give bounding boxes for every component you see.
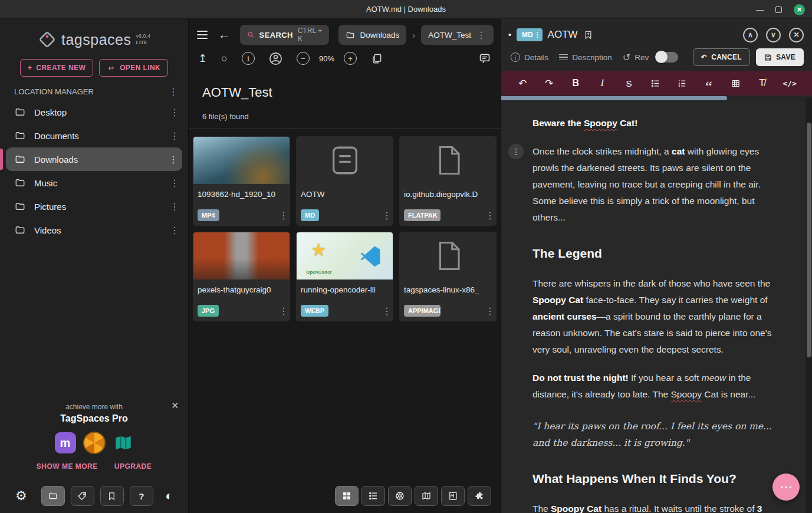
more-actions-fab[interactable]: ⋯: [772, 473, 800, 501]
back-arrow-icon[interactable]: ←: [218, 28, 231, 42]
file-menu-icon[interactable]: ⋮: [278, 305, 289, 317]
file-card[interactable]: AOTW MD ⋮: [296, 136, 393, 226]
file-menu-icon[interactable]: ⋮: [382, 305, 392, 317]
breadcrumb-current-button[interactable]: AOTW_Test ⋮: [421, 25, 494, 45]
file-type-badge[interactable]: MD: [301, 209, 319, 221]
horizontal-scroll-indicator[interactable]: [501, 96, 727, 100]
blockquote-button[interactable]: “: [703, 77, 715, 90]
sidebar-item-videos[interactable]: Videos ⋮: [0, 218, 188, 242]
settings-gear-icon[interactable]: ⚙: [15, 488, 27, 504]
tab-details[interactable]: i Details: [511, 52, 548, 62]
file-type-badge[interactable]: MD ⋮: [517, 28, 543, 41]
location-menu-icon[interactable]: ⋮: [169, 225, 180, 236]
locations-tab-button[interactable]: [41, 486, 65, 506]
block-handle-icon[interactable]: ⋮: [508, 144, 524, 159]
tags-tab-button[interactable]: [71, 486, 94, 506]
open-link-button[interactable]: OPEN LINK: [99, 59, 168, 77]
search-button[interactable]: SEARCH CTRL + K: [240, 25, 329, 45]
scrollbar-thumb[interactable]: [807, 123, 811, 357]
close-window-button[interactable]: ✕: [794, 4, 805, 15]
previous-entry-button[interactable]: ∧: [743, 28, 758, 42]
editor-paragraph[interactable]: Do not trust the night! If you hear a so…: [532, 370, 784, 403]
next-entry-button[interactable]: ∨: [766, 28, 781, 42]
file-menu-icon[interactable]: ⋮: [485, 305, 495, 317]
sidebar-item-documents[interactable]: Documents ⋮: [0, 124, 188, 147]
help-tab-button[interactable]: ?: [130, 486, 153, 506]
tab-revisions[interactable]: ↺ Rev: [623, 52, 649, 63]
file-card[interactable]: pexels-thatguycraig0 JPG ⋮: [193, 232, 290, 321]
editor-heading[interactable]: What Happens When It Finds You?: [532, 470, 784, 488]
editor-content[interactable]: Beware the Spoopy Cat!⋮Once the clock st…: [501, 101, 812, 513]
editor-paragraph[interactable]: ⋮Once the clock strikes midnight, a cat …: [532, 143, 784, 226]
maximize-button[interactable]: [775, 6, 782, 13]
editor-heading[interactable]: The Legend: [532, 245, 784, 262]
cancel-button[interactable]: ↶ CANCEL: [693, 48, 750, 66]
sidebar-item-downloads[interactable]: Downloads ⋮: [6, 147, 182, 171]
bold-button[interactable]: B: [570, 78, 581, 88]
location-menu-icon[interactable]: ⋮: [169, 130, 180, 142]
editor-blockquote[interactable]: "I hear its paws on the roof... I feel i…: [532, 418, 784, 451]
hamburger-menu-icon[interactable]: [197, 31, 208, 39]
italic-button[interactable]: I: [596, 77, 608, 89]
undo-button[interactable]: ↶: [517, 77, 528, 90]
file-type-badge[interactable]: MP4: [198, 209, 219, 221]
breadcrumb-parent-button[interactable]: Downloads: [338, 25, 406, 45]
tab-description[interactable]: Description: [559, 53, 612, 62]
clear-format-button[interactable]: T̸: [756, 77, 768, 89]
comment-panel-icon[interactable]: [478, 52, 491, 64]
zoom-out-icon[interactable]: −: [297, 52, 310, 65]
location-menu-icon[interactable]: ⋮: [169, 201, 180, 212]
location-menu-icon[interactable]: ⋮: [169, 177, 180, 189]
file-type-badge[interactable]: WEBP: [301, 305, 328, 317]
table-button[interactable]: [729, 79, 741, 88]
editor-paragraph[interactable]: There are whispers in the dark of those …: [532, 275, 784, 358]
file-type-badge[interactable]: JPG: [198, 305, 219, 317]
sidebar-item-music[interactable]: Music ⋮: [0, 171, 188, 195]
upgrade-link[interactable]: UPGRADE: [114, 462, 152, 471]
file-card[interactable]: io.github.diegopvlk.D FLATPAK ⋮: [399, 136, 497, 226]
info-icon[interactable]: i: [242, 52, 255, 65]
bullet-list-button[interactable]: [650, 79, 662, 88]
file-menu-icon[interactable]: ⋮: [485, 210, 495, 221]
show-me-more-link[interactable]: SHOW ME MORE: [37, 462, 98, 471]
zoom-in-icon[interactable]: +: [344, 52, 357, 65]
bookmarks-tab-button[interactable]: [100, 486, 124, 506]
grid-view-button[interactable]: [335, 486, 359, 506]
editor-paragraph[interactable]: The Spoopy Cat has a ritual. It waits un…: [532, 501, 784, 513]
create-new-button[interactable]: + CREATE NEW: [20, 59, 93, 77]
bookmark-add-icon[interactable]: [583, 29, 593, 40]
sidebar-item-pictures[interactable]: Pictures ⋮: [0, 195, 188, 218]
go-up-arrow-icon[interactable]: ↥: [198, 52, 207, 65]
file-type-badge[interactable]: FLATPAK: [404, 209, 440, 221]
badge-menu-icon[interactable]: ⋮: [534, 31, 541, 39]
file-card[interactable]: ★ OpenCoder running-opencoder-lli WEBP ⋮: [296, 232, 393, 321]
person-circle-icon[interactable]: [269, 52, 282, 65]
location-manager-menu-icon[interactable]: ⋮: [168, 86, 179, 97]
map-view-button[interactable]: [415, 486, 438, 506]
sidebar-item-desktop[interactable]: Desktop ⋮: [0, 100, 188, 124]
gallery-view-button[interactable]: [388, 486, 412, 506]
autosave-toggle[interactable]: [656, 52, 678, 63]
file-card[interactable]: tagspaces-linux-x86_ APPIMAGE ⋮: [399, 232, 497, 321]
ordered-list-button[interactable]: [676, 79, 688, 88]
pages-icon[interactable]: [371, 53, 382, 64]
code-button[interactable]: </>: [783, 79, 796, 88]
location-menu-icon[interactable]: ⋮: [169, 107, 180, 118]
kanban-view-button[interactable]: [441, 486, 465, 506]
save-button[interactable]: SAVE: [756, 48, 804, 66]
file-menu-icon[interactable]: ⋮: [382, 210, 392, 221]
file-card[interactable]: 1093662-hd_1920_10 MP4 ⋮: [193, 136, 290, 226]
close-icon[interactable]: ✕: [171, 400, 179, 411]
theme-contrast-icon[interactable]: ◐: [165, 489, 173, 503]
redo-button[interactable]: ↷: [543, 77, 555, 90]
folder-menu-icon[interactable]: ⋮: [476, 29, 486, 41]
list-view-button[interactable]: [361, 486, 385, 506]
file-type-badge[interactable]: APPIMAGE: [404, 305, 440, 317]
editor-paragraph[interactable]: Beware the Spoopy Cat!: [532, 115, 784, 131]
file-menu-icon[interactable]: ⋮: [278, 210, 289, 221]
extensions-button[interactable]: [468, 486, 491, 506]
location-menu-icon[interactable]: ⋮: [168, 154, 179, 165]
minimize-button[interactable]: —: [756, 5, 764, 14]
strikethrough-button[interactable]: S: [623, 78, 635, 88]
close-entry-button[interactable]: ✕: [789, 28, 804, 42]
